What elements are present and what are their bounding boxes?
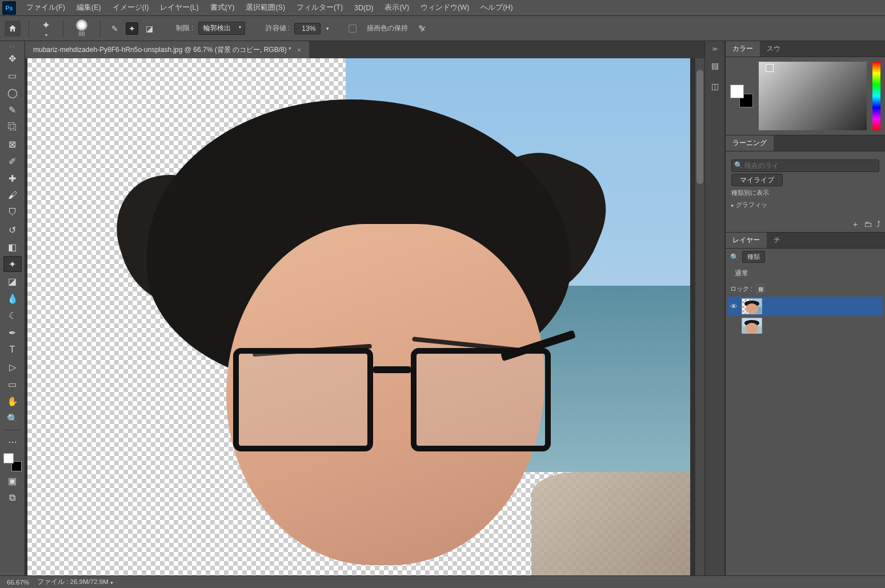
tool-quick-select[interactable]: ✎ xyxy=(3,102,22,118)
tolerance-input[interactable]: 13% xyxy=(294,23,321,34)
layer-thumbnail[interactable] xyxy=(742,318,762,334)
scrollbar-thumb[interactable] xyxy=(696,70,703,184)
libraries-panel: 🔍 マイライブ 種類別に表示 グラフィッ xyxy=(726,151,885,217)
brush-preset-picker[interactable]: 88 xyxy=(76,19,87,37)
tab-channels[interactable]: チ xyxy=(767,233,787,248)
hue-slider[interactable] xyxy=(872,62,880,130)
menu-help[interactable]: ヘルプ(H) xyxy=(475,1,518,15)
layers-list: 👁 xyxy=(726,295,885,337)
quick-mask-toggle[interactable]: ▣ xyxy=(3,473,22,489)
limit-select[interactable]: 輪郭検出 ▾ xyxy=(198,22,245,35)
menu-3d[interactable]: 3D(D) xyxy=(349,2,379,14)
fg-swatch[interactable] xyxy=(730,85,744,98)
layers-panel-tabs: レイヤー チ xyxy=(726,233,885,249)
layer-row[interactable] xyxy=(728,316,883,335)
tool-path-select[interactable]: ▷ xyxy=(3,359,22,375)
tool-rectangle[interactable]: ▭ xyxy=(3,376,22,392)
folder-icon[interactable]: 🗀 xyxy=(864,219,872,230)
app-logo: Ps xyxy=(2,1,16,15)
tool-more[interactable]: ⋯ xyxy=(3,434,22,450)
search-icon: 🔍 xyxy=(730,253,739,261)
expand-panels-button[interactable] xyxy=(707,46,722,51)
tool-eyedropper[interactable]: ✐ xyxy=(3,153,22,169)
upload-icon[interactable]: ⤴ xyxy=(876,219,880,230)
menu-image[interactable]: イメージ(I) xyxy=(107,1,155,15)
tool-gradient[interactable]: ◪ xyxy=(3,273,22,289)
color-fgbg-swatch[interactable] xyxy=(730,85,753,107)
tool-brush[interactable]: 🖌 xyxy=(3,187,22,203)
menu-edit[interactable]: 編集(E) xyxy=(71,1,107,15)
current-tool-indicator[interactable]: ✦ ▾ xyxy=(42,19,50,38)
tool-eraser[interactable]: ◧ xyxy=(3,239,22,255)
tool-hand[interactable]: ✋ xyxy=(3,393,22,409)
tool-move[interactable]: ✥ xyxy=(3,50,22,66)
tool-healing[interactable]: ✚ xyxy=(3,170,22,186)
menu-layer[interactable]: レイヤー(L) xyxy=(154,1,204,15)
document-area: mubariz-mehdizadeh-Py8F6-hRn5o-unsplash.… xyxy=(25,41,704,575)
tool-blur[interactable]: 💧 xyxy=(3,290,22,306)
graphics-group[interactable]: グラフィッ xyxy=(731,201,879,209)
foreground-background-swatch[interactable] xyxy=(3,453,22,471)
menu-select[interactable]: 選択範囲(S) xyxy=(240,1,291,15)
limit-value: 輪郭検出 xyxy=(203,24,231,32)
separator xyxy=(29,20,29,37)
tool-frame[interactable]: ⊠ xyxy=(3,136,22,152)
tool-lasso[interactable]: ◯ xyxy=(3,85,22,101)
tool-pen[interactable]: ✒ xyxy=(3,325,22,341)
menu-window[interactable]: ウィンドウ(W) xyxy=(415,1,475,15)
layer-thumbnail[interactable] xyxy=(742,298,762,314)
tool-crop[interactable]: ⿻ xyxy=(3,119,22,135)
canvas-viewport[interactable] xyxy=(25,58,704,575)
chevron-down-icon[interactable]: ▾ xyxy=(326,26,329,31)
sample-continuous-icon[interactable]: ✦ xyxy=(126,22,138,35)
tool-bg-eraser[interactable]: ✦ xyxy=(3,256,22,272)
add-icon[interactable]: ＋ xyxy=(851,219,859,230)
menu-type[interactable]: 書式(Y) xyxy=(205,1,241,15)
sample-bg-swatch-icon[interactable]: ◪ xyxy=(143,22,155,35)
document-tab-bar: mubariz-mehdizadeh-Py8F6-hRn5o-unsplash.… xyxy=(25,41,704,58)
tool-clone[interactable]: ⛉ xyxy=(3,205,22,221)
canvas[interactable] xyxy=(27,58,690,575)
lock-pixels-icon[interactable]: ▦ xyxy=(756,284,765,293)
tool-dodge[interactable]: ☾ xyxy=(3,307,22,323)
limit-label: 制限 : xyxy=(176,23,194,33)
pressure-toggle-icon[interactable]: ✎̷ xyxy=(418,23,426,34)
history-panel-icon[interactable]: ▤ xyxy=(708,59,721,72)
properties-panel-icon[interactable]: ◫ xyxy=(708,80,721,93)
sample-once-icon[interactable]: ✎ xyxy=(109,22,121,35)
menu-filter[interactable]: フィルター(T) xyxy=(291,1,349,15)
foreground-color-swatch[interactable] xyxy=(3,453,14,463)
library-footer: ＋ 🗀 ⤴ xyxy=(726,217,885,232)
main-area: ›› ✥ ▭ ◯ ✎ ⿻ ⊠ ✐ ✚ 🖌 ⛉ ↺ ◧ ✦ ◪ 💧 ☾ ✒ T ▷… xyxy=(0,41,885,575)
color-field[interactable] xyxy=(759,62,867,130)
layer-filter-select[interactable]: 種類 xyxy=(742,251,765,263)
doc-info[interactable]: ファイル : 26.9M/72.9M▸ xyxy=(37,578,114,586)
panel-grip[interactable]: ›› xyxy=(10,43,15,49)
tab-learning[interactable]: ラーニング xyxy=(726,135,774,151)
document-tab[interactable]: mubariz-mehdizadeh-Py8F6-hRn5o-unsplash.… xyxy=(25,41,309,58)
my-library-button[interactable]: マイライブ xyxy=(731,174,783,186)
tool-history-brush[interactable]: ↺ xyxy=(3,222,22,238)
tool-marquee[interactable]: ▭ xyxy=(3,67,22,83)
lock-label: ロック : xyxy=(730,285,752,293)
right-panels: カラー スウ ラーニング 🔍 マイライブ 種類別に表示 xyxy=(725,41,885,575)
protect-foreground-checkbox[interactable] xyxy=(349,25,357,33)
layer-row[interactable]: 👁 xyxy=(728,297,883,316)
color-panel-body xyxy=(726,57,885,135)
status-bar: 66.67% ファイル : 26.9M/72.9M▸ xyxy=(0,575,885,588)
tab-swatches[interactable]: スウ xyxy=(760,41,787,57)
home-button[interactable] xyxy=(5,21,21,37)
tool-zoom[interactable]: 🔍 xyxy=(3,410,22,426)
close-icon[interactable]: × xyxy=(297,46,302,54)
menu-file[interactable]: ファイル(F) xyxy=(21,1,71,15)
tool-type[interactable]: T xyxy=(3,342,22,358)
zoom-level[interactable]: 66.67% xyxy=(7,579,29,586)
tab-color[interactable]: カラー xyxy=(726,41,760,57)
vertical-scrollbar[interactable] xyxy=(695,58,704,575)
visibility-toggle[interactable]: 👁 xyxy=(729,302,738,311)
screen-mode-toggle[interactable]: ⧉ xyxy=(3,490,22,506)
tab-layers[interactable]: レイヤー xyxy=(726,233,767,248)
blend-mode-select[interactable]: 通常 xyxy=(730,267,760,279)
menu-view[interactable]: 表示(V) xyxy=(379,1,415,15)
library-search-input[interactable] xyxy=(731,159,879,172)
